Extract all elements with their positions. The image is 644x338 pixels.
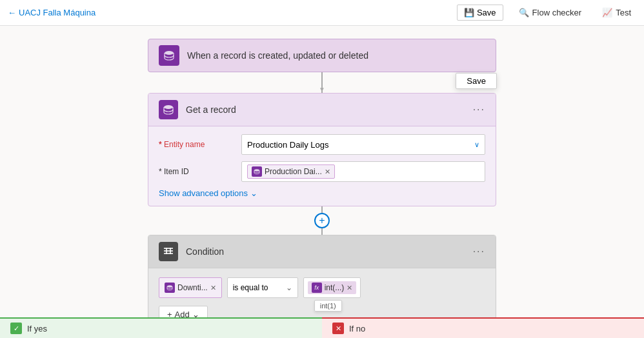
branch-no-icon: ✕ [332,323,344,334]
condition-chip-icon [165,283,175,293]
add-step-button[interactable]: + [314,213,330,228]
item-id-chip: Production Dai... ✕ [247,164,335,179]
item-id-row: * Item ID Production Dai... [159,161,485,182]
svg-rect-3 [164,250,173,252]
get-record-menu[interactable]: ··· [473,104,485,115]
condition-chip-close[interactable]: ✕ [210,284,216,292]
condition-row: Downti... ✕ is equal to ⌄ fx int(...) ✕ [159,277,485,298]
fx-chip: fx int(...) ✕ [308,281,357,294]
trigger-icon [159,45,179,66]
flow-canvas: When a record is created, updated or del… [0,26,644,338]
branch-yes-label: If yes [27,324,47,333]
get-record-block: Get a record ··· * * Entity name Product… [148,93,496,206]
get-record-icon [159,100,178,119]
item-id-chip-icon [252,166,262,177]
svg-rect-5 [164,248,173,249]
branch-no-label: If no [349,324,365,333]
item-id-chip-close[interactable]: ✕ [325,168,330,176]
trigger-label: When a record is created, updated or del… [187,50,485,61]
entity-row: * * Entity name Production Daily Logs ∨ [159,134,485,155]
condition-value-field[interactable]: fx int(...) ✕ int(1) [303,277,361,298]
condition-left-chip[interactable]: Downti... ✕ [159,277,222,298]
topbar-actions: 💾 Save 🔍 Flow checker 📈 Test [457,5,636,21]
svg-point-8 [167,285,172,287]
svg-rect-6 [166,248,167,254]
back-button[interactable]: ← UACJ Falla Máquina [8,8,96,17]
fx-chip-close[interactable]: ✕ [347,284,352,292]
condition-header: Condition ··· [148,235,496,268]
get-record-title: Get a record [186,104,473,115]
save-popup[interactable]: Save [456,73,497,89]
topbar: ← UACJ Falla Máquina 💾 Save 🔍 Flow check… [0,0,644,26]
back-icon: ← [8,8,16,17]
svg-rect-4 [164,253,173,254]
operator-chevron-icon: ⌄ [286,283,292,292]
condition-operator[interactable]: is equal to ⌄ [227,277,298,298]
chevron-down-icon: ⌄ [250,188,257,198]
svg-point-1 [164,105,173,109]
entity-label: * * Entity name [159,140,236,149]
condition-menu[interactable]: ··· [473,246,485,257]
arrow-plus: + [314,206,330,235]
branch-no[interactable]: ✕ If no [322,317,644,338]
action-header: Get a record ··· [148,94,496,126]
item-id-label: * Item ID [159,167,236,176]
flow-container: When a record is created, updated or del… [141,39,503,333]
item-id-field[interactable]: Production Dai... ✕ [241,161,485,182]
flow-checker-button[interactable]: 🔍 Flow checker [514,5,587,20]
branch-yes-icon: ✓ [10,323,22,334]
condition-title: Condition [186,246,473,257]
save-icon: 💾 [464,8,474,17]
trigger-block[interactable]: When a record is created, updated or del… [148,39,496,72]
svg-rect-7 [170,248,171,254]
test-icon: 📈 [602,8,612,17]
fx-tooltip: int(1) [314,300,342,312]
condition-icon [159,242,178,261]
svg-point-2 [254,169,259,171]
save-button[interactable]: 💾 Save [457,5,503,21]
branches-row: ✓ If yes ✕ If no [0,317,644,338]
branch-yes[interactable]: ✓ If yes [0,317,322,338]
svg-point-0 [165,51,174,55]
action-body: * * Entity name Production Daily Logs ∨ … [148,126,496,206]
fx-icon: fx [312,283,322,293]
entity-dropdown[interactable]: Production Daily Logs ∨ [241,134,485,155]
app-title: UACJ Falla Máquina [19,8,96,17]
entity-dropdown-arrow: ∨ [474,141,479,149]
show-advanced-options[interactable]: Show advanced options ⌄ [159,188,485,198]
flow-checker-icon: 🔍 [519,8,529,17]
test-button[interactable]: 📈 Test [597,5,636,20]
